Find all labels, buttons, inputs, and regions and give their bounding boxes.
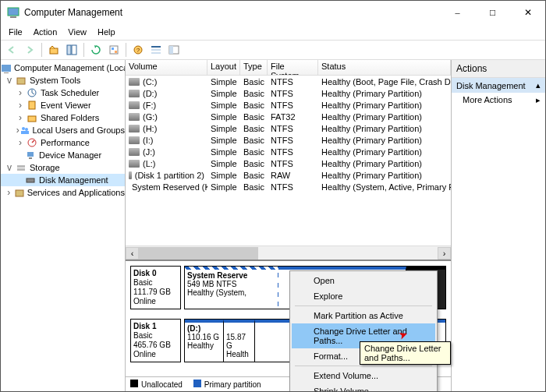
graphical-view-button[interactable] [166, 42, 182, 58]
disk-graphical-view: Disk 0 Basic 111.79 GB Online System Res… [126, 260, 451, 376]
svg-rect-0 [8, 8, 19, 16]
legend-unallocated: Unallocated [130, 380, 183, 389]
forward-button[interactable] [22, 42, 37, 58]
horizontal-scrollbar[interactable]: ‹ › [126, 245, 451, 260]
nav-tree[interactable]: Computer Management (Local vSystem Tools… [1, 60, 126, 391]
menu-shrink[interactable]: Shrink Volume... [292, 383, 435, 392]
back-button[interactable] [4, 42, 20, 58]
list-view-button[interactable] [148, 42, 164, 58]
settings-button[interactable] [106, 42, 122, 58]
svg-rect-15 [2, 65, 11, 72]
scroll-left-button[interactable]: ‹ [126, 247, 139, 260]
tree-services-apps[interactable]: ›Services and Applications [1, 186, 125, 199]
table-row[interactable]: System Reserved (K:)SimpleBasicNTFSHealt… [126, 181, 451, 192]
window-title: Computer Management [24, 7, 440, 18]
disk-0-state: Online [133, 297, 178, 306]
menu-open[interactable]: Open [292, 273, 435, 288]
separator [41, 43, 42, 57]
volume-list[interactable]: (C:)SimpleBasicNTFSHealthy (Boot, Page F… [126, 76, 451, 192]
show-hide-tree-button[interactable] [64, 42, 80, 58]
svg-rect-27 [17, 165, 25, 168]
close-button[interactable]: ✕ [510, 1, 545, 24]
center-pane: Volume Layout Type File System Status (C… [126, 60, 452, 391]
app-icon [7, 6, 20, 19]
svg-rect-11 [151, 49, 161, 51]
tree-performance[interactable]: ›Performance [1, 136, 125, 149]
minimize-button[interactable]: – [440, 1, 475, 24]
menu-help[interactable]: Help [93, 26, 120, 38]
svg-rect-20 [28, 116, 36, 122]
menu-action[interactable]: Action [29, 26, 62, 38]
svg-point-21 [22, 127, 25, 130]
svg-text:?: ? [136, 47, 140, 54]
table-row[interactable]: (I:)SimpleBasicNTFSHealthy (Primary Part… [126, 134, 451, 146]
volume-icon [129, 160, 140, 168]
tree-local-users[interactable]: ›Local Users and Groups [1, 124, 125, 136]
col-volume[interactable]: Volume [126, 60, 207, 76]
table-row[interactable]: (L:)SimpleBasicNTFSHealthy (Primary Part… [126, 157, 451, 169]
table-row[interactable]: (G:)SimpleBasicFAT32Healthy (Primary Par… [126, 111, 451, 122]
svg-rect-16 [4, 72, 9, 73]
help-button[interactable]: ? [130, 42, 146, 58]
tree-system-tools[interactable]: vSystem Tools [1, 74, 125, 87]
maximize-button[interactable]: □ [475, 1, 510, 24]
tooltip: Change Drive Letter and Paths... [360, 341, 451, 365]
svg-rect-28 [17, 168, 25, 171]
disk-1-state: Online [133, 350, 178, 359]
col-type[interactable]: Type [240, 60, 268, 76]
title-bar: Computer Management – □ ✕ [1, 1, 545, 24]
refresh-button[interactable] [88, 42, 104, 58]
actions-pane: Actions Disk Management ▴ More Actions ▸ [452, 60, 545, 391]
col-fs[interactable]: File System [268, 60, 318, 76]
partition-raw[interactable]: 15.87 G Health [224, 320, 255, 362]
tree-shared-folders[interactable]: ›Shared Folders [1, 111, 125, 124]
scroll-thumb[interactable] [139, 247, 258, 260]
actions-section[interactable]: Disk Management ▴ [452, 78, 545, 93]
disk-0-size: 111.79 GB [133, 288, 178, 297]
tree-storage[interactable]: vStorage [1, 161, 125, 174]
context-menu: Open Explore Mark Partition as Active Ch… [289, 270, 438, 392]
up-button[interactable] [46, 42, 62, 58]
table-row[interactable]: (C:)SimpleBasicNTFSHealthy (Boot, Page F… [126, 76, 451, 87]
menu-mark-active[interactable]: Mark Partition as Active [292, 308, 435, 323]
table-row[interactable]: (D:)SimpleBasicNTFSHealthy (Primary Part… [126, 87, 451, 99]
scroll-track[interactable] [139, 247, 438, 260]
actions-header: Actions [452, 60, 545, 78]
svg-rect-26 [29, 157, 32, 159]
table-row[interactable]: (Disk 1 partition 2)SimpleBasicRAWHealth… [126, 169, 451, 181]
tree-device-manager[interactable]: Device Manager [1, 149, 125, 161]
svg-rect-2 [50, 48, 58, 54]
partition-d[interactable]: (D:) 110.16 G Healthy [185, 320, 224, 362]
volume-icon [129, 101, 140, 109]
actions-more[interactable]: More Actions ▸ [452, 93, 545, 108]
menu-file[interactable]: File [4, 26, 27, 38]
disk-1-size: 465.76 GB [133, 341, 178, 350]
menu-explore[interactable]: Explore [292, 288, 435, 304]
svg-rect-25 [27, 152, 34, 157]
tree-root[interactable]: Computer Management (Local [1, 62, 125, 74]
svg-rect-17 [17, 78, 25, 84]
scroll-right-button[interactable]: › [438, 247, 451, 260]
disk-1-type: Basic [133, 331, 178, 341]
svg-rect-7 [115, 51, 117, 53]
partition-system-reserved[interactable]: System Reserve 549 MB NTFS Healthy (Syst… [185, 267, 278, 309]
tree-task-scheduler[interactable]: ›Task Scheduler [1, 87, 125, 99]
svg-rect-4 [72, 45, 76, 55]
menu-view[interactable]: View [63, 26, 91, 38]
col-layout[interactable]: Layout [207, 60, 240, 76]
table-row[interactable]: (F:)SimpleBasicNTFSHealthy (Primary Part… [126, 99, 451, 111]
menu-extend[interactable]: Extend Volume... [292, 368, 435, 383]
tree-disk-management[interactable]: Disk Management [1, 174, 125, 186]
disk-0-info[interactable]: Disk 0 Basic 111.79 GB Online [130, 266, 181, 309]
separator [126, 43, 126, 57]
disk-1-info[interactable]: Disk 1 Basic 465.76 GB Online [130, 319, 181, 362]
table-row[interactable]: (J:)SimpleBasicNTFSHealthy (Primary Part… [126, 146, 451, 157]
menu-separator [295, 305, 432, 306]
svg-rect-23 [21, 131, 29, 134]
disk-0-name: Disk 0 [133, 269, 178, 278]
col-status[interactable]: Status [318, 60, 451, 76]
menu-separator [295, 366, 432, 366]
tree-event-viewer[interactable]: ›Event Viewer [1, 99, 125, 111]
separator [83, 43, 84, 57]
table-row[interactable]: (H:)SimpleBasicNTFSHealthy (Primary Part… [126, 122, 451, 134]
